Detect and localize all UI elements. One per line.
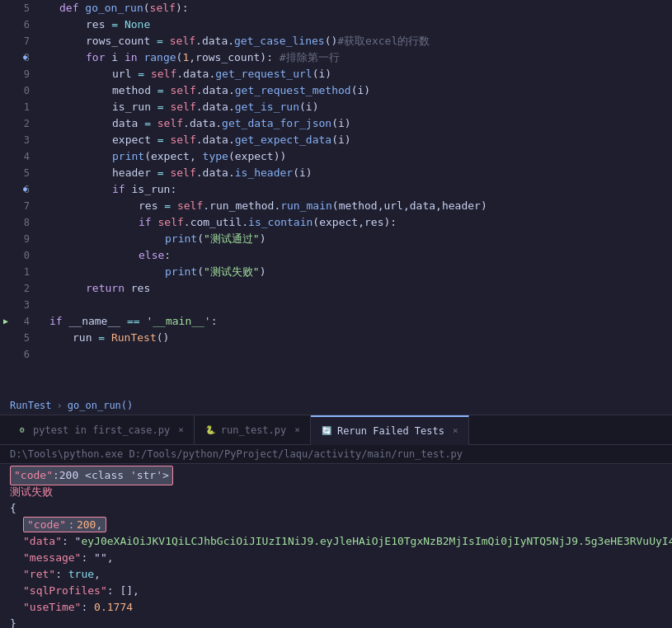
terminal-path: D:\Tools\python.exe D:/Tools/python/PyPr… <box>0 445 672 464</box>
gutter-10: 0 <box>0 82 36 99</box>
code-line-14: print(expect, type(expect)) <box>46 148 672 165</box>
output-line-3: { <box>10 500 662 517</box>
line-numbers: 5 6 7 8 9 0 1 2 3 4 5 6 7 8 9 0 1 2 3 4 … <box>0 0 43 396</box>
output-line-4: "code"：200, <box>10 517 662 533</box>
tab-rerun[interactable]: 🔄 Rerun Failed Tests × <box>311 415 469 445</box>
code-line-18: if self.com_util.is_contain(expect,res): <box>46 214 672 231</box>
gutter-15: 5 <box>0 165 36 181</box>
gutter-14: 4 <box>0 148 36 165</box>
gutter-22: 2 <box>0 280 36 297</box>
tab-rerun-close[interactable]: × <box>453 425 458 436</box>
code-line-24: if __name__ == '__main__': <box>46 313 672 330</box>
rerun-icon: 🔄 <box>321 425 332 437</box>
gutter-12: 2 <box>0 115 36 132</box>
gutter-9: 9 <box>0 66 36 82</box>
test-fail-text: 测试失败 <box>10 484 53 500</box>
breadcrumb: RunTest › go_on_run() <box>0 396 672 415</box>
gutter-7: 7 <box>0 33 36 49</box>
terminal-output: "code":200 <class 'str'> 测试失败 { "code"：2… <box>0 464 672 628</box>
code-line-8: for i in range(1,rows_count): #排除第一行 <box>46 49 672 66</box>
error-highlight-box: "code":200 <class 'str'> <box>10 466 173 485</box>
breadcrumb-method: go_on_run() <box>68 400 133 411</box>
code-line-21: print("测试失败") <box>46 264 672 280</box>
tab-pytest-label: pytest in first_case.py <box>33 424 170 436</box>
gutter-17: 7 <box>0 198 36 214</box>
tab-bar: ⚙ pytest in first_case.py × 🐍 run_test.p… <box>0 415 672 445</box>
gutter-21: 1 <box>0 264 36 280</box>
output-line-1: "code":200 <class 'str'> <box>10 467 662 484</box>
tab-run-test[interactable]: 🐍 run_test.py × <box>195 415 311 445</box>
code-line-13: expect = self.data.get_expect_data(i) <box>46 132 672 148</box>
tab-pytest[interactable]: ⚙ pytest in first_case.py × <box>7 415 195 445</box>
breadcrumb-separator: › <box>57 400 63 411</box>
output-line-8: "sqlProfiles": [], <box>10 583 662 599</box>
code-text[interactable]: def go_on_run(self): res = None rows_cou… <box>43 0 672 396</box>
gutter-8: 8 <box>0 49 36 66</box>
output-line-2: 测试失败 <box>10 484 662 500</box>
gutter-25: 5 <box>0 330 36 346</box>
output-line-6: "message": "", <box>10 550 662 566</box>
code-line-10: method = self.data.get_request_method(i) <box>46 82 672 99</box>
code-line-5: def go_on_run(self): <box>46 0 672 16</box>
code-line-9: url = self.data.get_request_url(i) <box>46 66 672 82</box>
code-line-12: data = self.data.get_data_for_json(i) <box>46 115 672 132</box>
tab-rerun-label: Rerun Failed Tests <box>337 425 444 437</box>
gutter-20: 0 <box>0 247 36 264</box>
gutter-11: 1 <box>0 99 36 115</box>
gutter-24: 4 <box>0 313 36 330</box>
gutter-5: 5 <box>0 0 36 16</box>
gutter-6: 6 <box>0 16 36 33</box>
gutter-23: 3 <box>0 297 36 313</box>
gutter-18: 8 <box>0 214 36 231</box>
code-editor: 5 6 7 8 9 0 1 2 3 4 5 6 7 8 9 0 1 2 3 4 … <box>0 0 672 396</box>
code-line-15: header = self.data.is_header(i) <box>46 165 672 181</box>
code-line-17: res = self.run_method.run_main(method,ur… <box>46 198 672 214</box>
run-test-icon: 🐍 <box>204 424 216 436</box>
code-line-19: print("测试通过") <box>46 231 672 247</box>
tab-run-test-label: run_test.py <box>221 424 286 436</box>
code-line-23 <box>46 297 672 313</box>
gutter-19: 9 <box>0 231 36 247</box>
code-line-22: return res <box>46 280 672 297</box>
code-line-7: rows_count = self.data.get_case_lines()#… <box>46 33 672 49</box>
output-line-5: "data": "eyJ0eXAiOiJKV1QiLCJhbGciOiJIUzI… <box>10 533 662 550</box>
output-line-10: } <box>10 616 662 628</box>
output-line-7: "ret": true, <box>10 566 662 583</box>
tab-run-test-close[interactable]: × <box>294 424 300 435</box>
breadcrumb-class: RunTest <box>10 400 52 411</box>
output-line-9: "useTime": 0.1774 <box>10 599 662 616</box>
tab-pytest-close[interactable]: × <box>178 424 184 435</box>
gutter-16: 6 <box>0 181 36 198</box>
code-line-11: is_run = self.data.get_is_run(i) <box>46 99 672 115</box>
pytest-icon: ⚙ <box>16 424 28 436</box>
code-line-16: if is_run: <box>46 181 672 198</box>
code-line-25: run = RunTest() <box>46 330 672 346</box>
code-line-20: else: <box>46 247 672 264</box>
code-line-6: res = None <box>46 16 672 33</box>
gutter-26: 6 <box>0 346 36 363</box>
code-highlight: "code"：200, <box>23 517 106 532</box>
code-line-26 <box>46 346 672 363</box>
gutter-13: 3 <box>0 132 36 148</box>
